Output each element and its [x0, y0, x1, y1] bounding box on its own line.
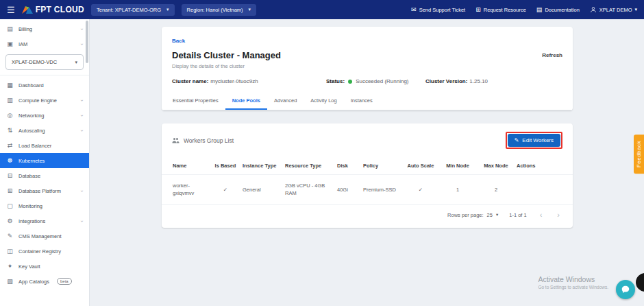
sidebar-item-iam[interactable]: ▣ IAM ›: [0, 36, 89, 51]
database-icon: ⊟: [6, 172, 14, 179]
sidebar-item-dashboard[interactable]: ▦ Dashboard: [0, 78, 89, 93]
documentation-link[interactable]: ▤ Documentation: [536, 7, 580, 13]
previous-page-button[interactable]: ‹: [538, 211, 545, 219]
navbar-right: ✉ Send Support Ticket ⊞ Request Resource…: [411, 6, 637, 13]
sidebar-scrollbar-thumb[interactable]: [86, 21, 88, 63]
col-header-name: Name: [173, 157, 208, 174]
worker-name-link[interactable]: worker-gxiqvmvv: [173, 175, 208, 204]
sidebar: ▤ Billing › ▣ IAM › XPLAT-DEMO-VDC ▾ ▦ D…: [0, 19, 90, 306]
sidebar-item-database[interactable]: ⊟ Database: [0, 168, 89, 183]
table-pagination: Rows per page: 25 ▾ 1-1 of 1 ‹ ›: [162, 205, 573, 226]
sidebar-item-label: IAM: [18, 41, 27, 47]
hamburger-menu-icon[interactable]: ☰: [7, 5, 15, 14]
sidebar-item-integrations[interactable]: ⚙ Integrations ›: [0, 213, 89, 228]
caret-down-icon: ▾: [75, 60, 77, 65]
sidebar-item-label: Networking: [18, 113, 45, 119]
sidebar-item-label: Load Balancer: [18, 143, 51, 149]
database-platform-icon: ⊞: [6, 187, 14, 194]
next-page-button[interactable]: ›: [555, 211, 562, 219]
cluster-name-label: Cluster name:: [172, 78, 208, 84]
sidebar-item-monitoring[interactable]: ▢ Monitoring: [0, 198, 89, 213]
workers-group-title: Workers Group List: [184, 137, 234, 144]
sidebar-item-label: Monitoring: [18, 203, 42, 209]
sidebar-item-compute-engine[interactable]: ▥ Compute Engine ›: [0, 93, 89, 108]
sidebar-item-app-catalogs[interactable]: ▧ App Catalogs beta: [0, 274, 89, 289]
rows-per-page-label: Rows per page:: [447, 212, 484, 218]
request-resource-label: Request Resource: [484, 7, 526, 13]
sidebar-item-container-registry[interactable]: ◫ Container Registry: [0, 244, 89, 259]
chevron-down-icon: ›: [79, 99, 85, 102]
status-value: Succeeded (Running): [356, 78, 408, 84]
max-node-cell: 2: [477, 179, 515, 200]
sidebar-item-label: Compute Engine: [18, 97, 57, 104]
col-header-auto-scale: Auto Scale: [403, 157, 438, 174]
refresh-button[interactable]: Refresh: [542, 52, 562, 58]
fpt-cloud-logo[interactable]: FPT CLOUD: [22, 5, 84, 14]
pagination-range: 1-1 of 1: [509, 212, 526, 218]
instance-type-cell: General: [243, 179, 284, 200]
cluster-version-label: Cluster Version:: [425, 78, 467, 84]
sidebar-scrollbar[interactable]: [86, 21, 88, 305]
sidebar-item-cms-management[interactable]: ✎ CMS Management: [0, 228, 89, 244]
back-link[interactable]: Back: [172, 38, 185, 44]
edit-workers-label: Edit Workers: [522, 137, 554, 143]
col-header-instance-type: Instance Type: [243, 157, 284, 174]
tab-activity-log[interactable]: Activity Log: [304, 92, 343, 110]
sidebar-item-database-platform[interactable]: ⊞ Database Platform ›: [0, 183, 89, 198]
sidebar-item-networking[interactable]: ◎ Networking ›: [0, 108, 89, 123]
sidebar-item-kubernetes[interactable]: ☸ Kubernetes: [0, 153, 89, 168]
sidebar-item-key-vault[interactable]: ✦ Key Vault: [0, 259, 89, 274]
status-dot-icon: [348, 80, 352, 84]
caret-down-icon: ▾: [496, 212, 498, 217]
col-header-actions: Actions: [517, 157, 547, 174]
actions-cell: [517, 183, 547, 196]
send-support-ticket-link[interactable]: ✉ Send Support Ticket: [411, 7, 465, 13]
chevron-down-icon: ›: [79, 190, 85, 192]
workers-group-icon: [172, 137, 179, 143]
tab-advanced[interactable]: Advanced: [267, 92, 304, 110]
iam-icon: ▣: [6, 40, 14, 47]
auto-scale-check-icon: ✓: [403, 179, 438, 200]
beta-badge: beta: [57, 278, 72, 285]
cluster-details-card: Back Details Cluster - Managed Refresh D…: [162, 27, 573, 110]
chat-bubble-icon: [621, 285, 630, 294]
sidebar-item-autoscaling[interactable]: ⇅ Autoscaling ›: [0, 123, 89, 138]
send-support-ticket-label: Send Support Ticket: [419, 7, 466, 13]
sidebar-item-label: Autoscaling: [18, 128, 45, 134]
support-ticket-icon: ✉: [411, 7, 417, 13]
sidebar-item-label: Dashboard: [18, 82, 44, 89]
container-registry-icon: ◫: [6, 248, 14, 255]
user-icon: [590, 6, 597, 13]
cluster-info-row: Cluster name: mycluster-0tuoc9zh Status:…: [172, 78, 562, 84]
disk-cell: 40Gi: [337, 179, 362, 200]
edit-workers-annotation-box: ✎ Edit Workers: [506, 132, 562, 149]
request-resource-link[interactable]: ⊞ Request Resource: [475, 7, 526, 13]
tab-instances[interactable]: Instances: [344, 92, 380, 110]
tenant-selector[interactable]: Tenant: XPLAT-DEMO-ORG ▾: [91, 4, 175, 16]
sidebar-item-label: App Catalogs: [18, 279, 49, 285]
sidebar-item-billing[interactable]: ▤ Billing ›: [0, 21, 89, 36]
caret-down-icon: ▾: [249, 7, 251, 12]
sidebar-item-load-balancer[interactable]: ⇄ Load Balancer: [0, 138, 89, 153]
sidebar-item-label: Kubernetes: [18, 158, 45, 164]
main-content: Back Details Cluster - Managed Refresh D…: [90, 19, 644, 306]
rows-per-page-select[interactable]: Rows per page: 25 ▾: [447, 212, 498, 218]
chevron-down-icon: ›: [79, 115, 85, 117]
col-header-max-node: Max Node: [477, 157, 515, 174]
tab-node-pools[interactable]: Node Pools: [225, 92, 267, 110]
chat-support-widget[interactable]: [616, 280, 635, 299]
region-selector[interactable]: Region: Hanoi (Vietnam) ▾: [182, 4, 257, 16]
key-vault-icon: ✦: [6, 263, 14, 270]
app-catalogs-icon: ▧: [6, 278, 14, 285]
min-node-cell: 1: [440, 179, 475, 200]
user-menu[interactable]: XPLAT DEMO ▾: [590, 6, 637, 13]
integrations-icon: ⚙: [6, 217, 14, 224]
feedback-tab[interactable]: Feedback: [634, 134, 644, 174]
documentation-label: Documentation: [545, 7, 579, 13]
edit-workers-button[interactable]: ✎ Edit Workers: [508, 134, 560, 147]
page-title: Details Cluster - Managed: [172, 50, 281, 60]
vdc-selector[interactable]: XPLAT-DEMO-VDC ▾: [5, 54, 84, 70]
region-label: Region: Hanoi (Vietnam): [187, 7, 243, 13]
logo-text: FPT CLOUD: [36, 5, 84, 14]
tab-essential-properties[interactable]: Essential Properties: [166, 92, 225, 110]
